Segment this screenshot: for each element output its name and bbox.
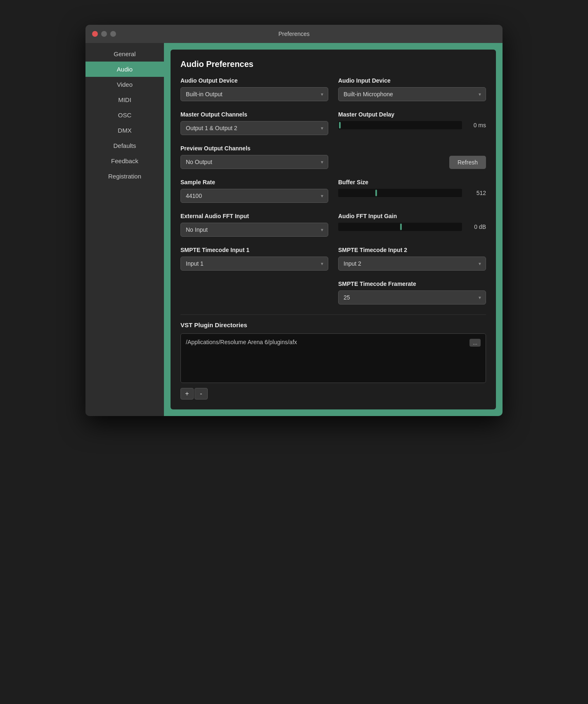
sidebar-item-feedback[interactable]: Feedback xyxy=(85,153,164,169)
vst-browse-button[interactable]: ... xyxy=(469,339,481,347)
sidebar-item-osc[interactable]: OSC xyxy=(85,107,164,123)
close-button[interactable] xyxy=(92,31,98,37)
buffer-size-thumb xyxy=(375,190,377,196)
audio-input-device-group: Audio Input Device Built-in Microphone U… xyxy=(338,77,486,101)
fft-gain-thumb xyxy=(400,224,402,230)
audio-devices-row: Audio Output Device Built-in Output HDMI… xyxy=(180,77,486,101)
preferences-window: Preferences General Audio Video MIDI OSC… xyxy=(85,25,503,416)
fft-gain-value: 0 dB xyxy=(465,224,486,230)
fft-gain-group: Audio FFT Input Gain 0 dB xyxy=(338,213,486,237)
vst-label: VST Plugin Directories xyxy=(180,321,486,328)
audio-output-device-select[interactable]: Built-in Output HDMI Output USB Audio xyxy=(180,87,328,101)
smpte-inputs-row: SMPTE Timecode Input 1 Input 1 Input 2 N… xyxy=(180,247,486,271)
master-output-delay-track[interactable] xyxy=(338,121,462,129)
preview-output-channels-label: Preview Output Channels xyxy=(180,145,328,152)
sidebar-item-audio[interactable]: Audio xyxy=(85,62,164,77)
buffer-size-group: Buffer Size 512 xyxy=(338,179,486,203)
sidebar-item-midi[interactable]: MIDI xyxy=(85,92,164,107)
smpte-input-1-label: SMPTE Timecode Input 1 xyxy=(180,247,328,253)
master-output-channels-group: Master Output Channels Output 1 & Output… xyxy=(180,111,328,135)
master-output-delay-group: Master Output Delay 0 ms xyxy=(338,111,486,135)
sample-buffer-row: Sample Rate 44100 48000 96000 Buffer Siz… xyxy=(180,179,486,203)
window-controls xyxy=(92,31,116,37)
sample-rate-group: Sample Rate 44100 48000 96000 xyxy=(180,179,328,203)
titlebar: Preferences xyxy=(85,25,503,43)
preview-output-channels-select[interactable]: No Output Output 1 Output 2 xyxy=(180,155,328,169)
sample-rate-select[interactable]: 44100 48000 96000 xyxy=(180,189,328,203)
preview-output-channels-group: Preview Output Channels No Output Output… xyxy=(180,145,328,169)
buffer-size-value: 512 xyxy=(465,190,486,196)
master-output-channels-select[interactable]: Output 1 & Output 2 Output 1 Output 2 xyxy=(180,121,328,135)
master-output-channels-label: Master Output Channels xyxy=(180,111,328,118)
smpte-framerate-select[interactable]: 25 30 29.97 24 xyxy=(338,290,486,304)
buffer-size-track[interactable] xyxy=(338,189,462,197)
preview-refresh-row: Preview Output Channels No Output Output… xyxy=(180,145,486,169)
smpte-framerate-label: SMPTE Timecode Framerate xyxy=(338,281,486,287)
master-output-row: Master Output Channels Output 1 & Output… xyxy=(180,111,486,135)
master-output-delay-slider-group: 0 ms xyxy=(338,121,486,129)
vst-add-button[interactable]: + xyxy=(180,388,194,400)
panel-title: Audio Preferences xyxy=(180,59,486,69)
smpte-input-2-group: SMPTE Timecode Input 2 Input 2 Input 1 N… xyxy=(338,247,486,271)
refresh-container: Refresh xyxy=(338,156,486,169)
panel-wrapper: Audio Preferences Audio Output Device Bu… xyxy=(164,43,503,416)
preview-output-channels-wrap: No Output Output 1 Output 2 xyxy=(180,155,328,169)
smpte-input-2-label: SMPTE Timecode Input 2 xyxy=(338,247,486,253)
sidebar-item-general[interactable]: General xyxy=(85,46,164,62)
fft-gain-label: Audio FFT Input Gain xyxy=(338,213,486,219)
master-output-delay-label: Master Output Delay xyxy=(338,111,486,118)
fft-gain-slider-group: 0 dB xyxy=(338,223,486,231)
fft-gain-track[interactable] xyxy=(338,223,462,231)
smpte-input-2-select[interactable]: Input 2 Input 1 No Input xyxy=(338,257,486,271)
fft-row: External Audio FFT Input No Input Input … xyxy=(180,213,486,237)
sample-rate-wrap: 44100 48000 96000 xyxy=(180,189,328,203)
vst-path-text: /Applications/Resolume Arena 6/plugins/a… xyxy=(186,339,297,345)
smpte-input-1-group: SMPTE Timecode Input 1 Input 1 Input 2 N… xyxy=(180,247,328,271)
smpte-input-1-wrap: Input 1 Input 2 No Input xyxy=(180,257,328,271)
smpte-framerate-row: SMPTE Timecode Framerate 25 30 29.97 24 xyxy=(180,281,486,304)
audio-input-device-label: Audio Input Device xyxy=(338,77,486,84)
panel: Audio Preferences Audio Output Device Bu… xyxy=(171,50,496,409)
master-output-delay-thumb xyxy=(339,122,341,128)
vst-section: VST Plugin Directories /Applications/Res… xyxy=(180,321,486,400)
smpte-input-2-wrap: Input 2 Input 1 No Input xyxy=(338,257,486,271)
smpte-input-1-select[interactable]: Input 1 Input 2 No Input xyxy=(180,257,328,271)
vst-action-buttons: + - xyxy=(180,388,486,400)
refresh-button[interactable]: Refresh xyxy=(449,156,486,169)
audio-output-device-label: Audio Output Device xyxy=(180,77,328,84)
section-divider xyxy=(180,314,486,315)
smpte-framerate-wrap: 25 30 29.97 24 xyxy=(338,290,486,304)
master-output-delay-value: 0 ms xyxy=(465,122,486,128)
maximize-button[interactable] xyxy=(110,31,116,37)
sidebar: General Audio Video MIDI OSC DMX Default… xyxy=(85,43,164,416)
ext-fft-input-wrap: No Input Input 1 Input 2 xyxy=(180,223,328,237)
sample-rate-label: Sample Rate xyxy=(180,179,328,186)
sidebar-item-video[interactable]: Video xyxy=(85,77,164,92)
minimize-button[interactable] xyxy=(101,31,107,37)
audio-input-device-wrap: Built-in Microphone USB Microphone Line … xyxy=(338,87,486,101)
master-output-channels-wrap: Output 1 & Output 2 Output 1 Output 2 xyxy=(180,121,328,135)
smpte-framerate-group: SMPTE Timecode Framerate 25 30 29.97 24 xyxy=(338,281,486,304)
sidebar-item-dmx[interactable]: DMX xyxy=(85,123,164,138)
window-title: Preferences xyxy=(278,31,309,37)
vst-list: /Applications/Resolume Arena 6/plugins/a… xyxy=(180,333,486,383)
ext-fft-input-label: External Audio FFT Input xyxy=(180,213,328,219)
audio-input-device-select[interactable]: Built-in Microphone USB Microphone Line … xyxy=(338,87,486,101)
sidebar-item-registration[interactable]: Registration xyxy=(85,169,164,184)
sidebar-item-defaults[interactable]: Defaults xyxy=(85,138,164,153)
audio-output-device-wrap: Built-in Output HDMI Output USB Audio xyxy=(180,87,328,101)
vst-path-item: /Applications/Resolume Arena 6/plugins/a… xyxy=(186,339,481,347)
ext-fft-input-group: External Audio FFT Input No Input Input … xyxy=(180,213,328,237)
audio-output-device-group: Audio Output Device Built-in Output HDMI… xyxy=(180,77,328,101)
buffer-size-slider-group: 512 xyxy=(338,189,486,197)
main-content: General Audio Video MIDI OSC DMX Default… xyxy=(85,43,503,416)
ext-fft-input-select[interactable]: No Input Input 1 Input 2 xyxy=(180,223,328,237)
vst-remove-button[interactable]: - xyxy=(194,388,208,400)
buffer-size-label: Buffer Size xyxy=(338,179,486,186)
